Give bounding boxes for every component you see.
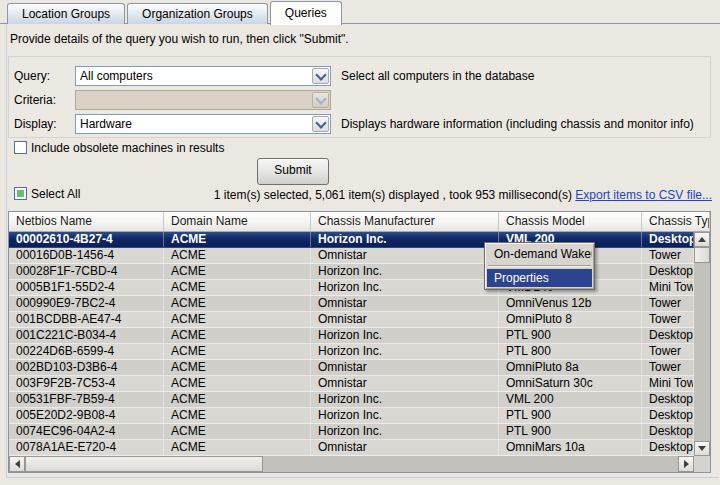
queries-page: Location Groups Organization Groups Quer… <box>0 0 720 485</box>
cell-domain-name: ACME <box>164 376 311 391</box>
select-all-label: Select All <box>31 187 80 201</box>
chevron-down-icon <box>315 69 326 80</box>
vertical-scrollbar[interactable] <box>694 232 710 456</box>
menu-item-properties[interactable]: Properties <box>487 269 592 287</box>
horizontal-scroll-thumb[interactable] <box>25 456 263 472</box>
menu-separator <box>488 265 591 267</box>
criteria-label: Criteria: <box>14 93 56 107</box>
display-dropdown-button[interactable] <box>312 116 329 132</box>
tab-queries[interactable]: Queries <box>270 1 342 25</box>
cell-chassis-model: OmniVenus 12b <box>499 296 642 311</box>
submit-button[interactable]: Submit <box>257 158 329 185</box>
table-row[interactable]: 000990E9-7BC2-4ACMEOmnistarOmniVenus 12b… <box>9 296 694 312</box>
cell-chassis-type: Tower <box>642 344 694 359</box>
cell-netbios-name: 003F9F2B-7C53-4 <box>9 376 164 391</box>
column-header-chassis-type[interactable]: Chassis Type <box>642 212 710 231</box>
horizontal-scroll-track[interactable] <box>263 456 678 472</box>
table-row[interactable]: 005E20D2-9B08-4ACMEHorizon Inc.PTL 900De… <box>9 408 694 424</box>
column-header-netbios-name[interactable]: Netbios Name <box>9 212 164 231</box>
query-description: Select all computers in the database <box>341 69 534 83</box>
criteria-dropdown-button <box>312 92 329 108</box>
table-row[interactable]: 00224D6B-6599-4ACMEHorizon Inc.PTL 800To… <box>9 344 694 360</box>
cell-chassis-manufacturer: Omnistar <box>311 376 499 391</box>
tab-strip: Location Groups Organization Groups Quer… <box>7 1 344 24</box>
cell-netbios-name: 00224D6B-6599-4 <box>9 344 164 359</box>
cell-chassis-model: PTL 900 <box>499 408 642 423</box>
cell-domain-name: ACME <box>164 296 311 311</box>
query-dropdown[interactable]: All computers <box>75 66 331 86</box>
arrow-up-icon <box>698 237 706 242</box>
table-row[interactable]: 001C221C-B034-4ACMEHorizon Inc.PTL 900De… <box>9 328 694 344</box>
cell-chassis-model: VML 200 <box>499 392 642 407</box>
display-dropdown[interactable]: Hardware <box>75 114 331 134</box>
results-status-bar: 1 item(s) selected, 5,061 item(s) displa… <box>180 188 712 202</box>
scroll-up-button[interactable] <box>694 232 710 247</box>
cell-netbios-name: 00016D0B-1456-4 <box>9 248 164 263</box>
cell-chassis-manufacturer: Horizon Inc. <box>311 408 499 423</box>
select-all-checkbox[interactable] <box>14 187 27 200</box>
table-row[interactable]: 0074EC96-04A2-4ACMEHorizon Inc.PTL 900De… <box>9 424 694 440</box>
cell-netbios-name: 00002610-4B27-4 <box>9 232 164 247</box>
arrow-right-icon <box>684 460 689 468</box>
cell-chassis-manufacturer: Horizon Inc. <box>311 424 499 439</box>
criteria-dropdown <box>75 90 331 110</box>
table-row[interactable]: 0078A1AE-E720-4ACMEOmnistarOmniMars 10aD… <box>9 440 694 456</box>
cell-chassis-model: OmniPluto 8 <box>499 312 642 327</box>
table-header-row: Netbios NameDomain NameChassis Manufactu… <box>9 212 710 232</box>
cell-netbios-name: 0005B1F1-55D2-4 <box>9 280 164 295</box>
table-row[interactable]: 00531FBF-7B59-4ACMEHorizon Inc.VML 200De… <box>9 392 694 408</box>
cell-chassis-model: OmniSaturn 30c <box>499 376 642 391</box>
scroll-left-button[interactable] <box>9 456 25 472</box>
column-header-chassis-model[interactable]: Chassis Model <box>499 212 642 231</box>
column-header-chassis-manufacturer[interactable]: Chassis Manufacturer <box>311 212 499 231</box>
cell-chassis-type: Tower <box>642 296 694 311</box>
cell-chassis-type: Tower <box>642 248 694 263</box>
cell-chassis-type: Desktop <box>642 440 694 455</box>
cell-chassis-manufacturer: Omnistar <box>311 440 499 455</box>
column-header-domain-name[interactable]: Domain Name <box>164 212 311 231</box>
cell-domain-name: ACME <box>164 392 311 407</box>
menu-item-on-demand-wakeup[interactable]: On-demand Wakeup <box>487 245 592 263</box>
table-row[interactable]: 003F9F2B-7C53-4ACMEOmnistarOmniSaturn 30… <box>9 376 694 392</box>
cell-netbios-name: 00531FBF-7B59-4 <box>9 392 164 407</box>
display-description: Displays hardware information (including… <box>341 117 694 131</box>
display-label: Display: <box>14 117 57 131</box>
cell-chassis-model: PTL 900 <box>499 424 642 439</box>
arrow-left-icon <box>15 460 20 468</box>
cell-chassis-type: Desktop <box>642 328 694 343</box>
scroll-down-button[interactable] <box>694 441 710 456</box>
cell-domain-name: ACME <box>164 248 311 263</box>
cell-netbios-name: 0078A1AE-E720-4 <box>9 440 164 455</box>
cell-domain-name: ACME <box>164 280 311 295</box>
cell-netbios-name: 0074EC96-04A2-4 <box>9 424 164 439</box>
query-dropdown-button[interactable] <box>312 68 329 84</box>
cell-domain-name: ACME <box>164 328 311 343</box>
cell-chassis-type: Desktop <box>642 232 694 247</box>
cell-chassis-manufacturer: Horizon Inc. <box>311 232 499 247</box>
cell-domain-name: ACME <box>164 344 311 359</box>
cell-domain-name: ACME <box>164 424 311 439</box>
tab-organization-groups[interactable]: Organization Groups <box>127 3 268 24</box>
horizontal-scrollbar[interactable] <box>9 456 694 472</box>
query-label: Query: <box>14 69 50 83</box>
tab-location-groups[interactable]: Location Groups <box>7 3 125 24</box>
cell-chassis-model: OmniMars 10a <box>499 440 642 455</box>
cell-chassis-type: Tower <box>642 360 694 375</box>
export-csv-link[interactable]: Export items to CSV file... <box>575 188 712 202</box>
cell-chassis-type: Tower <box>642 312 694 327</box>
cell-domain-name: ACME <box>164 360 311 375</box>
cell-chassis-model: OmniPluto 8a <box>499 360 642 375</box>
cell-domain-name: ACME <box>164 408 311 423</box>
scroll-right-button[interactable] <box>678 456 694 472</box>
cell-domain-name: ACME <box>164 232 311 247</box>
table-row[interactable]: 002BD103-D3B6-4ACMEOmnistarOmniPluto 8aT… <box>9 360 694 376</box>
chevron-down-icon <box>315 93 326 104</box>
table-row[interactable]: 001BCDBB-AE47-4ACMEOmnistarOmniPluto 8To… <box>9 312 694 328</box>
cell-chassis-type: Desktop <box>642 424 694 439</box>
cell-chassis-manufacturer: Omnistar <box>311 360 499 375</box>
include-obsolete-checkbox[interactable] <box>14 141 27 154</box>
cell-netbios-name: 001BCDBB-AE47-4 <box>9 312 164 327</box>
vertical-scroll-thumb[interactable] <box>694 247 710 263</box>
vertical-scroll-track[interactable] <box>694 263 710 441</box>
query-dropdown-value: All computers <box>80 67 153 85</box>
